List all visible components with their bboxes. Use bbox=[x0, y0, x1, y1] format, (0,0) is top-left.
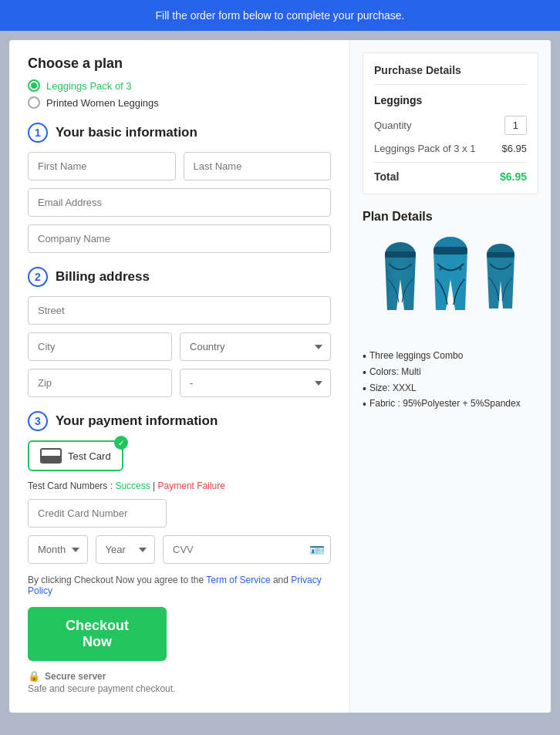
feature-item: Colors: Multi bbox=[363, 366, 538, 379]
state-select[interactable]: - bbox=[180, 369, 331, 397]
secure-info: 🔒 Secure server bbox=[28, 670, 331, 682]
plan-option-1[interactable]: Leggings Pack of 3 bbox=[28, 79, 331, 92]
safe-text: Safe and secure payment checkout. bbox=[28, 683, 331, 694]
company-row bbox=[28, 224, 331, 253]
street-row bbox=[28, 296, 331, 325]
first-name-input[interactable] bbox=[28, 152, 176, 180]
product-features: Three leggings ComboColors: MultiSize: X… bbox=[363, 350, 538, 411]
total-value: $6.95 bbox=[500, 170, 527, 183]
basic-info-title: Your basic information bbox=[56, 125, 197, 140]
quantity-label: Quantity bbox=[374, 120, 411, 131]
total-label: Total bbox=[374, 170, 399, 183]
zip-state-row: - bbox=[28, 369, 331, 397]
cc-number-row bbox=[28, 499, 331, 528]
top-banner: Fill the order form below to complete yo… bbox=[0, 0, 560, 31]
card-option-wrapper: Test Card ✓ bbox=[28, 440, 331, 471]
line-item-price: $6.95 bbox=[501, 143, 527, 154]
cvv-wrapper: 🪪 bbox=[163, 535, 331, 564]
billing-number: 2 bbox=[28, 267, 48, 287]
plan-label-2: Printed Women Leggings bbox=[46, 97, 159, 109]
country-select[interactable]: Country bbox=[180, 332, 331, 361]
product-image bbox=[363, 233, 538, 341]
plan-details-title: Plan Details bbox=[363, 210, 538, 224]
svg-rect-3 bbox=[433, 247, 467, 255]
banner-text: Fill the order form below to complete yo… bbox=[156, 9, 405, 22]
test-card-separator: | bbox=[150, 480, 158, 491]
billing-header: 2 Billing address bbox=[28, 267, 331, 287]
checkout-button-label: Checkout Now bbox=[66, 618, 129, 649]
total-row: Total $6.95 bbox=[374, 162, 527, 183]
credit-card-input[interactable] bbox=[28, 499, 167, 528]
test-card-label: Test Card Numbers : bbox=[28, 480, 115, 491]
quantity-box: 1 bbox=[504, 116, 527, 135]
month-select[interactable]: Month 01020304 05060708 09101112 bbox=[28, 535, 88, 564]
success-link[interactable]: Success bbox=[115, 480, 150, 491]
card-check-icon: ✓ bbox=[114, 436, 128, 450]
basic-info-number: 1 bbox=[28, 123, 48, 143]
test-card-info: Test Card Numbers : Success | Payment Fa… bbox=[28, 480, 331, 491]
main-card: Choose a plan Leggings Pack of 3 Printed… bbox=[9, 40, 551, 713]
basic-info-header: 1 Your basic information bbox=[28, 123, 331, 143]
card-option-label: Test Card bbox=[68, 450, 111, 462]
product-name: Leggings bbox=[374, 94, 527, 106]
terms-prefix: By clicking Checkout Now you agree to th… bbox=[28, 575, 206, 585]
billing-title: Billing address bbox=[56, 269, 150, 285]
page-wrapper: Fill the order form below to complete yo… bbox=[0, 0, 560, 722]
svg-rect-1 bbox=[385, 251, 416, 258]
quantity-value: 1 bbox=[513, 120, 518, 131]
tos-link[interactable]: Term of Service bbox=[206, 575, 270, 585]
terms-text: By clicking Checkout Now you agree to th… bbox=[28, 575, 331, 596]
svg-rect-7 bbox=[487, 252, 514, 258]
email-row bbox=[28, 188, 331, 217]
leggings-illustration bbox=[366, 237, 535, 337]
choose-plan-title: Choose a plan bbox=[28, 56, 331, 72]
svg-point-5 bbox=[459, 268, 462, 271]
plan-radio-2[interactable] bbox=[28, 96, 40, 109]
city-country-row: Country bbox=[28, 332, 331, 361]
failure-link[interactable]: Payment Failure bbox=[158, 480, 225, 491]
zip-input[interactable] bbox=[28, 369, 172, 397]
street-input[interactable] bbox=[28, 296, 331, 325]
expiry-cvv-row: Month 01020304 05060708 09101112 Year 20… bbox=[28, 535, 331, 564]
purchase-details-title: Purchase Details bbox=[374, 64, 527, 85]
company-input[interactable] bbox=[28, 224, 331, 253]
cvv-input[interactable] bbox=[163, 535, 331, 564]
choose-plan-section: Choose a plan Leggings Pack of 3 Printed… bbox=[28, 56, 331, 109]
secure-server-text: Secure server bbox=[45, 671, 106, 682]
year-select[interactable]: Year 2024202520262027 202820292030 bbox=[96, 535, 156, 564]
plan-label-1: Leggings Pack of 3 bbox=[46, 80, 132, 92]
feature-item: Fabric : 95%Polyester + 5%Spandex bbox=[363, 398, 538, 411]
credit-card-icon bbox=[40, 448, 62, 464]
plan-details-section: Plan Details bbox=[363, 210, 538, 411]
test-card-option[interactable]: Test Card ✓ bbox=[28, 440, 123, 471]
right-panel: Purchase Details Leggings Quantity 1 Leg… bbox=[350, 40, 551, 713]
line-item-label: Leggings Pack of 3 x 1 bbox=[374, 143, 476, 154]
quantity-row: Quantity 1 bbox=[374, 116, 527, 135]
payment-number: 3 bbox=[28, 411, 48, 431]
svg-point-4 bbox=[439, 268, 442, 271]
email-input[interactable] bbox=[28, 188, 331, 217]
left-panel: Choose a plan Leggings Pack of 3 Printed… bbox=[9, 40, 350, 713]
cvv-card-icon: 🪪 bbox=[309, 542, 325, 557]
purchase-details-box: Purchase Details Leggings Quantity 1 Leg… bbox=[363, 52, 538, 194]
payment-header: 3 Your payment information bbox=[28, 411, 331, 431]
terms-middle: and bbox=[271, 575, 292, 585]
city-input[interactable] bbox=[28, 332, 172, 361]
feature-item: Three leggings Combo bbox=[363, 350, 538, 363]
plan-radio-1[interactable] bbox=[28, 79, 40, 92]
lock-icon: 🔒 bbox=[28, 670, 40, 682]
payment-title: Your payment information bbox=[56, 413, 218, 429]
name-row bbox=[28, 152, 331, 180]
feature-item: Size: XXXL bbox=[363, 383, 538, 396]
last-name-input[interactable] bbox=[184, 152, 332, 180]
plan-option-2[interactable]: Printed Women Leggings bbox=[28, 96, 331, 109]
line-item-row: Leggings Pack of 3 x 1 $6.95 bbox=[374, 143, 527, 154]
checkout-button[interactable]: Checkout Now bbox=[28, 607, 167, 661]
